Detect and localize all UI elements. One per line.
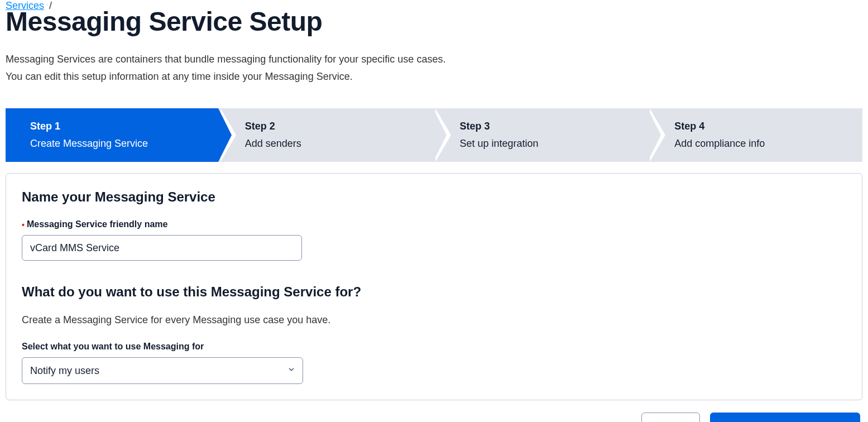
intro-text: Messaging Services are containers that b… [6,51,862,85]
step-number: Step 4 [674,121,846,132]
setup-form-card: Name your Messaging Service •Messaging S… [6,173,862,400]
setup-stepper: Step 1 Create Messaging Service Step 2 A… [6,108,862,162]
required-indicator-icon: • [22,220,25,229]
section-name-title: Name your Messaging Service [22,189,846,205]
step-1-create-messaging-service[interactable]: Step 1 Create Messaging Service [6,108,218,162]
intro-line-2: You can edit this setup information at a… [6,68,862,85]
step-2-add-senders[interactable]: Step 2 Add senders [218,108,433,162]
friendly-name-input[interactable] [22,235,302,261]
step-4-add-compliance-info[interactable]: Step 4 Add compliance info [648,108,862,162]
step-number: Step 3 [460,121,631,132]
step-label: Set up integration [460,138,631,150]
section-usecase-title: What do you want to use this Messaging S… [22,284,846,300]
step-label: Create Messaging Service [30,138,202,150]
usecase-select-label: Select what you want to use Messaging fo… [22,342,846,352]
form-actions: Cancel Create Messaging Service [6,413,862,422]
step-3-set-up-integration[interactable]: Step 3 Set up integration [433,108,648,162]
page-title: Messaging Service Setup [6,8,862,35]
step-number: Step 2 [245,121,416,132]
step-label: Add compliance info [674,138,846,150]
create-messaging-service-button[interactable]: Create Messaging Service [710,413,860,422]
friendly-name-label-text: Messaging Service friendly name [27,219,168,229]
intro-line-1: Messaging Services are containers that b… [6,51,862,68]
section-usecase-help: Create a Messaging Service for every Mes… [22,314,846,326]
friendly-name-label: •Messaging Service friendly name [22,219,846,229]
usecase-select[interactable]: Notify my users [22,357,303,384]
cancel-button[interactable]: Cancel [641,413,700,422]
step-number: Step 1 [30,121,202,132]
step-label: Add senders [245,138,416,150]
